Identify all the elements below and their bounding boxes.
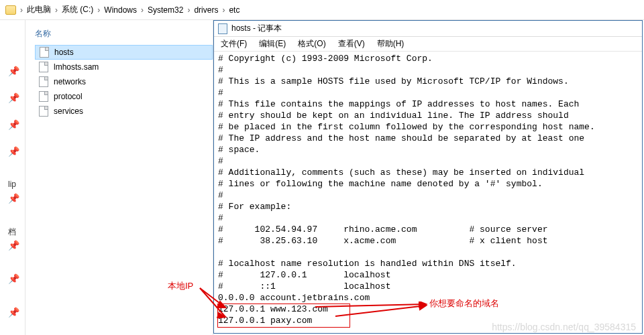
- window-title: hosts - 记事本: [231, 23, 282, 34]
- file-row[interactable]: lmhosts.sam: [35, 60, 213, 74]
- notepad-textarea[interactable]: # Copyright (c) 1993-2009 Microsoft Corp…: [214, 52, 642, 328]
- breadcrumb[interactable]: › 此电脑 › 系统 (C:) › Windows › System32 › d…: [0, 0, 644, 20]
- notepad-menubar: 文件(F) 编辑(E) 格式(O) 查看(V) 帮助(H): [214, 37, 642, 52]
- file-icon: [39, 91, 48, 102]
- file-icon: [39, 76, 48, 87]
- watermark: https://blog.csdn.net/qq_39584315: [492, 322, 636, 332]
- quick-access-rail: 📌 📌 📌 📌 lip 📌 档 📌 📌 📌: [0, 20, 25, 335]
- file-row[interactable]: hosts: [35, 45, 213, 60]
- notepad-icon: [218, 23, 227, 34]
- column-header-name[interactable]: 名称: [35, 25, 213, 45]
- breadcrumb-item[interactable]: 此电脑: [27, 4, 51, 15]
- file-name: protocol: [54, 92, 83, 101]
- annotation-box: [217, 304, 350, 328]
- file-icon: [39, 62, 48, 72]
- menu-help[interactable]: 帮助(H): [377, 38, 405, 50]
- pin-icon[interactable]: 📌: [8, 92, 19, 103]
- file-name: hosts: [54, 48, 74, 57]
- folder-icon: [5, 5, 16, 15]
- chevron-right-icon: ›: [221, 5, 226, 15]
- menu-edit[interactable]: 编辑(E): [259, 38, 286, 50]
- chevron-right-icon: ›: [19, 5, 24, 15]
- file-name: networks: [54, 77, 86, 86]
- quick-access-label[interactable]: 档: [8, 226, 16, 238]
- breadcrumb-item[interactable]: 系统 (C:): [62, 4, 93, 15]
- menu-view[interactable]: 查看(V): [338, 38, 365, 50]
- breadcrumb-item[interactable]: System32: [148, 5, 183, 15]
- notepad-titlebar[interactable]: hosts - 记事本: [214, 21, 642, 37]
- breadcrumb-item[interactable]: etc: [229, 5, 239, 15]
- pin-icon[interactable]: 📌: [8, 240, 19, 251]
- menu-format[interactable]: 格式(O): [298, 38, 325, 50]
- pin-icon[interactable]: 📌: [8, 193, 19, 204]
- file-name: lmhosts.sam: [54, 62, 99, 72]
- chevron-right-icon: ›: [186, 5, 191, 15]
- breadcrumb-item[interactable]: drivers: [194, 5, 218, 15]
- file-icon: [39, 106, 48, 117]
- file-row[interactable]: protocol: [35, 89, 213, 104]
- file-icon: [40, 47, 49, 58]
- notepad-window[interactable]: hosts - 记事本 文件(F) 编辑(E) 格式(O) 查看(V) 帮助(H…: [213, 20, 643, 334]
- breadcrumb-item[interactable]: Windows: [104, 5, 137, 15]
- pin-icon[interactable]: 📌: [8, 146, 19, 157]
- menu-file[interactable]: 文件(F): [221, 38, 247, 50]
- pin-icon[interactable]: 📌: [8, 66, 19, 76]
- chevron-right-icon: ›: [96, 5, 101, 15]
- pin-icon[interactable]: 📌: [8, 119, 19, 130]
- quick-access-label[interactable]: lip: [8, 180, 16, 189]
- pin-icon[interactable]: 📌: [8, 273, 19, 284]
- chevron-right-icon: ›: [140, 5, 145, 15]
- file-name: services: [54, 107, 83, 116]
- annotation-label-left: 本地IP: [168, 280, 193, 292]
- file-row[interactable]: services: [35, 104, 213, 119]
- file-row[interactable]: networks: [35, 74, 213, 89]
- pin-icon[interactable]: 📌: [8, 307, 19, 318]
- chevron-right-icon: ›: [54, 5, 59, 15]
- annotation-label-right: 你想要命名的域名: [429, 297, 499, 310]
